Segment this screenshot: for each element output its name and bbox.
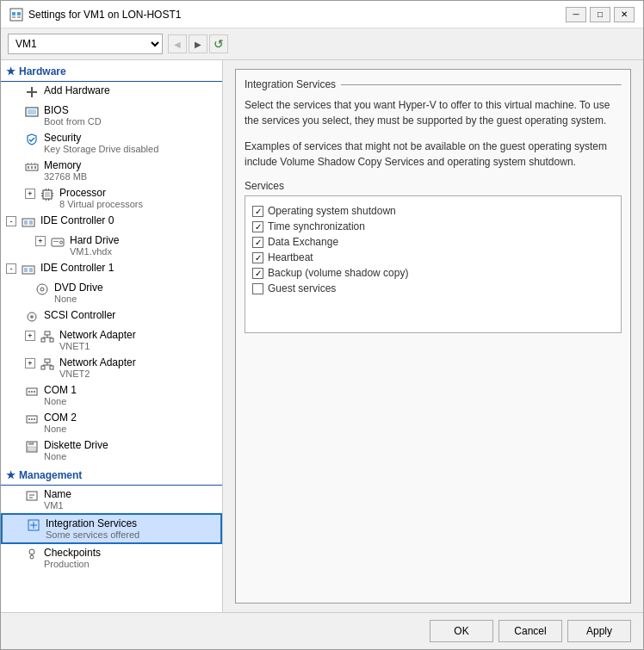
right-panel: Integration Services Select the services… xyxy=(223,60,643,612)
network1-expand[interactable]: + xyxy=(25,331,35,341)
add-hardware-label: Add Hardware xyxy=(44,84,110,96)
settings-window: Settings for VM1 on LON-HOST1 ─ □ ✕ VM1 … xyxy=(0,0,644,650)
svg-rect-27 xyxy=(24,220,28,225)
memory-label: Memory xyxy=(44,159,87,171)
title-bar: Settings for VM1 on LON-HOST1 ─ □ ✕ xyxy=(1,1,643,28)
ide0-expand[interactable]: - xyxy=(6,216,16,226)
title-bar-controls: ─ □ ✕ xyxy=(566,7,635,22)
ide0-label: IDE Controller 0 xyxy=(40,214,114,226)
processor-label: Processor xyxy=(59,187,143,199)
service-item-os-shutdown: Operating system shutdown xyxy=(252,203,614,219)
hdd-expand[interactable]: + xyxy=(35,236,46,246)
svg-point-72 xyxy=(30,555,34,559)
sidebar-item-memory[interactable]: Memory 32768 MB xyxy=(1,157,222,184)
svg-rect-13 xyxy=(28,163,28,164)
network1-text: Network Adapter VNET1 xyxy=(59,329,136,351)
svg-point-59 xyxy=(31,418,33,420)
ok-button[interactable]: OK xyxy=(430,620,493,642)
back-button[interactable]: ◀ xyxy=(168,34,187,53)
cancel-button[interactable]: Cancel xyxy=(498,620,562,642)
svg-rect-28 xyxy=(29,220,33,225)
add-hardware-text: Add Hardware xyxy=(44,84,110,96)
sidebar-item-bios[interactable]: BIOS Boot from CD xyxy=(1,102,222,129)
sidebar-item-network1[interactable]: + Network Adapter VNET1 xyxy=(1,326,222,354)
maximize-button[interactable]: □ xyxy=(590,7,610,22)
hdd-label: Hard Drive xyxy=(70,234,119,246)
dvd-label: DVD Drive xyxy=(54,282,103,294)
service-item-time-sync: Time synchronization xyxy=(252,219,614,234)
svg-point-55 xyxy=(31,391,33,393)
network2-text: Network Adapter VNET2 xyxy=(59,356,136,379)
sidebar-item-ide1[interactable]: - IDE Controller 1 xyxy=(1,259,222,279)
ide1-icon xyxy=(22,263,35,276)
svg-point-56 xyxy=(34,391,35,393)
os-shutdown-checkbox[interactable] xyxy=(252,206,263,217)
network2-sublabel: VNET2 xyxy=(59,368,136,379)
network2-expand[interactable]: + xyxy=(25,358,35,368)
heartbeat-checkbox[interactable] xyxy=(252,252,263,263)
hardware-section-label: Hardware xyxy=(19,65,66,77)
sidebar-item-com2[interactable]: COM 2 None xyxy=(1,409,222,436)
sidebar-item-com1[interactable]: COM 1 None xyxy=(1,381,222,409)
sidebar-item-diskette[interactable]: Diskette Drive None xyxy=(1,436,222,464)
svg-point-60 xyxy=(34,418,35,420)
service-item-data-exchange: Data Exchange xyxy=(252,234,614,250)
integration-examples: Examples of services that might not be a… xyxy=(245,139,622,170)
refresh-button[interactable]: ↺ xyxy=(209,34,228,53)
sidebar-item-add-hardware[interactable]: Add Hardware xyxy=(1,82,222,102)
hdd-sublabel: VM1.vhdx xyxy=(70,246,119,257)
memory-text: Memory 32768 MB xyxy=(44,159,87,182)
integration-services-title: Integration Services xyxy=(245,78,622,90)
service-item-backup: Backup (volume shadow copy) xyxy=(252,265,614,281)
bios-sublabel: Boot from CD xyxy=(44,116,102,127)
sidebar-item-hard-drive[interactable]: + Hard Drive VM1.vhdx xyxy=(1,232,222,259)
svg-rect-40 xyxy=(41,338,45,342)
scsi-label: SCSI Controller xyxy=(44,309,115,321)
diskette-label: Diskette Drive xyxy=(44,439,108,451)
sidebar-item-security[interactable]: Security Key Storage Drive disabled xyxy=(1,129,222,157)
svg-rect-46 xyxy=(45,359,50,362)
processor-expand[interactable]: + xyxy=(25,189,35,199)
sidebar-item-dvd[interactable]: DVD Drive None xyxy=(1,279,222,306)
vm-selector-bar: VM1 ◀ ▶ ↺ xyxy=(1,28,643,60)
ide1-expand[interactable]: - xyxy=(6,263,16,274)
security-label: Security xyxy=(44,132,158,144)
network2-icon xyxy=(40,357,54,371)
management-section-label: Management xyxy=(19,469,82,481)
minimize-button[interactable]: ─ xyxy=(566,7,586,22)
window-title: Settings for VM1 on LON-HOST1 xyxy=(28,9,181,21)
data-exchange-checkbox[interactable] xyxy=(252,237,263,248)
svg-rect-25 xyxy=(52,195,53,196)
bottom-bar: OK Cancel Apply xyxy=(1,612,643,649)
ide1-text: IDE Controller 1 xyxy=(40,262,114,274)
sidebar-item-network2[interactable]: + Network Adapter VNET2 xyxy=(1,354,222,381)
name-sublabel: VM1 xyxy=(44,500,71,511)
svg-rect-29 xyxy=(52,238,64,246)
network1-icon xyxy=(40,330,54,344)
sidebar-item-name[interactable]: Name VM1 xyxy=(1,486,222,513)
com2-sublabel: None xyxy=(44,424,77,434)
sidebar-item-processor[interactable]: + Processor 8 Virtual processors xyxy=(1,184,222,212)
guest-services-checkbox[interactable] xyxy=(252,283,263,294)
time-sync-checkbox[interactable] xyxy=(252,221,263,232)
svg-rect-39 xyxy=(45,331,50,335)
dvd-text: DVD Drive None xyxy=(54,282,103,304)
apply-button[interactable]: Apply xyxy=(567,620,631,642)
sidebar-item-ide0[interactable]: - IDE Controller 0 xyxy=(1,212,222,232)
main-content: ★ Hardware Add Hardware BIOS xyxy=(1,60,643,612)
name-text: Name VM1 xyxy=(44,488,71,511)
svg-rect-4 xyxy=(17,16,21,18)
os-shutdown-label: Operating system shutdown xyxy=(268,205,396,217)
sidebar-item-checkpoints[interactable]: Checkpoints Production xyxy=(1,544,222,572)
backup-checkbox[interactable] xyxy=(252,268,263,279)
forward-button[interactable]: ▶ xyxy=(189,34,207,53)
com2-text: COM 2 None xyxy=(44,412,77,434)
bios-text: BIOS Boot from CD xyxy=(44,104,102,127)
svg-rect-17 xyxy=(45,192,50,197)
sidebar-item-integration-services[interactable]: Integration Services Some services offer… xyxy=(1,513,222,544)
sidebar-item-scsi[interactable]: SCSI Controller xyxy=(1,306,222,326)
vm-selector[interactable]: VM1 xyxy=(8,34,163,54)
network1-sublabel: VNET1 xyxy=(59,341,136,351)
ide0-icon xyxy=(22,215,35,229)
close-button[interactable]: ✕ xyxy=(614,7,635,22)
